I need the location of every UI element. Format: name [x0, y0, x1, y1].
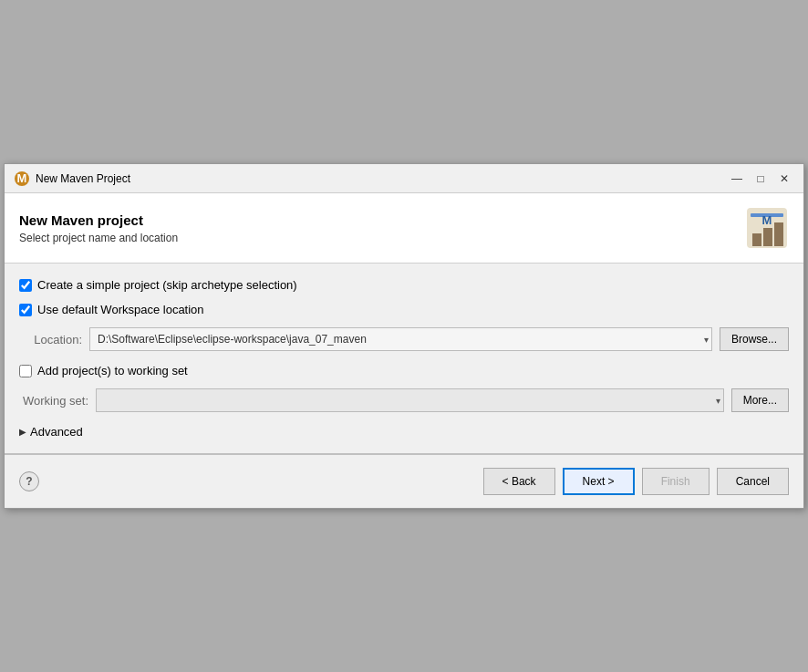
- next-button[interactable]: Next >: [563, 468, 635, 495]
- maximize-button[interactable]: □: [751, 169, 771, 189]
- default-workspace-label[interactable]: Use default Workspace location: [37, 303, 204, 316]
- footer-left: ?: [19, 471, 39, 491]
- working-set-field-label: Working set:: [23, 394, 88, 408]
- help-button[interactable]: ?: [19, 471, 39, 491]
- footer: ? < Back Next > Finish Cancel: [5, 454, 803, 508]
- default-workspace-checkbox[interactable]: [19, 304, 32, 316]
- window-icon: M: [14, 171, 30, 187]
- svg-text:M: M: [17, 171, 27, 185]
- working-set-check-row: Add project(s) to working set: [19, 364, 789, 377]
- working-set-label[interactable]: Add project(s) to working set: [37, 364, 188, 377]
- more-button[interactable]: More...: [731, 388, 789, 412]
- location-label: Location:: [23, 333, 82, 346]
- dialog-window: M New Maven Project — □ ✕ New Maven proj…: [4, 163, 804, 509]
- svg-text:M: M: [762, 213, 772, 227]
- svg-rect-3: [752, 233, 761, 246]
- back-button[interactable]: < Back: [483, 468, 555, 495]
- header-text: New Maven project Select project name an…: [19, 212, 178, 244]
- svg-rect-4: [763, 228, 772, 246]
- dialog-title: New Maven project: [19, 212, 178, 228]
- working-set-row: Working set: ▾ More...: [19, 388, 789, 412]
- working-set-input: [96, 388, 724, 412]
- title-bar-left: M New Maven Project: [14, 171, 130, 187]
- working-set-input-wrap: ▾: [96, 388, 724, 412]
- cancel-button[interactable]: Cancel: [717, 468, 789, 495]
- finish-button: Finish: [642, 468, 710, 495]
- browse-button[interactable]: Browse...: [720, 327, 789, 351]
- title-bar: M New Maven Project — □ ✕: [5, 164, 803, 193]
- simple-project-label[interactable]: Create a simple project (skip archetype …: [37, 278, 297, 292]
- dialog-subtitle: Select project name and location: [19, 232, 178, 244]
- header-section: New Maven project Select project name an…: [5, 193, 803, 264]
- location-input[interactable]: [89, 327, 712, 351]
- location-row: Location: ▾ Browse...: [19, 327, 789, 351]
- default-workspace-row: Use default Workspace location: [19, 303, 789, 316]
- svg-rect-5: [774, 222, 783, 246]
- advanced-triangle-icon: ▶: [19, 427, 26, 437]
- maven-logo-icon: M: [745, 206, 789, 250]
- simple-project-checkbox[interactable]: [19, 279, 32, 292]
- footer-buttons: < Back Next > Finish Cancel: [483, 468, 789, 495]
- content-area: Create a simple project (skip archetype …: [5, 264, 803, 453]
- close-button[interactable]: ✕: [774, 169, 794, 189]
- title-bar-controls: — □ ✕: [727, 169, 794, 189]
- minimize-button[interactable]: —: [727, 169, 747, 189]
- advanced-row[interactable]: ▶ Advanced: [19, 425, 789, 439]
- advanced-label: Advanced: [30, 425, 83, 439]
- window-title: New Maven Project: [36, 172, 130, 185]
- working-set-checkbox[interactable]: [19, 365, 32, 377]
- location-input-wrap: ▾: [89, 327, 712, 351]
- simple-project-row: Create a simple project (skip archetype …: [19, 278, 789, 292]
